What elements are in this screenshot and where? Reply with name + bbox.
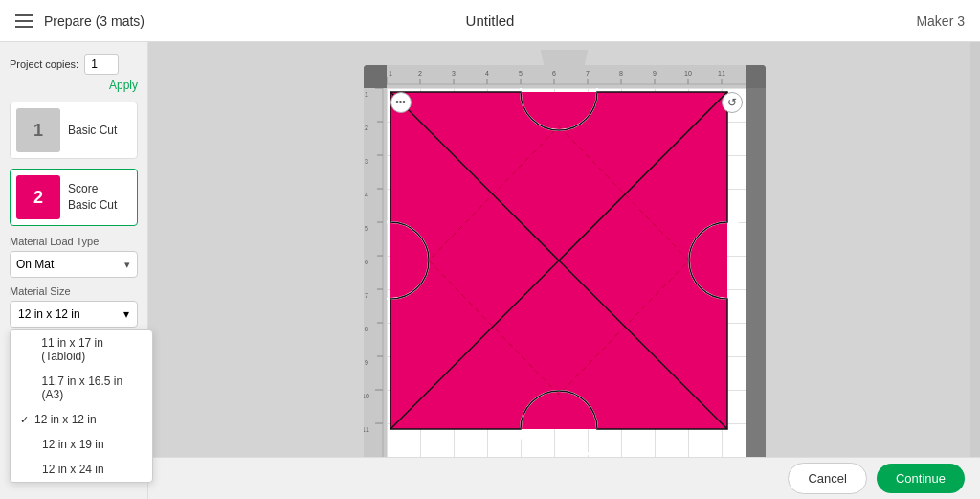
svg-text:7: 7 xyxy=(365,292,368,299)
svg-text:3: 3 xyxy=(365,158,368,165)
svg-text:1: 1 xyxy=(389,70,392,77)
svg-text:2: 2 xyxy=(418,70,422,77)
mat-body: cricut 1 2 3 4 xyxy=(364,65,766,477)
mat-thumb-1: 1 xyxy=(16,108,60,152)
mat-thumb-2: 2 xyxy=(16,175,60,219)
svg-text:8: 8 xyxy=(619,70,623,77)
material-size-dropdown-menu: ​ 11 in x 17 in (Tabloid) ​ 11.7 in x 16… xyxy=(10,329,153,483)
svg-text:5: 5 xyxy=(519,70,523,77)
material-size-label: Material Size xyxy=(10,285,138,297)
hamburger-menu[interactable] xyxy=(15,14,33,28)
mat-card-1[interactable]: 1 Basic Cut xyxy=(10,102,138,159)
svg-text:11: 11 xyxy=(364,426,369,433)
scroll-right[interactable] xyxy=(970,42,980,499)
svg-text:5: 5 xyxy=(365,225,368,232)
material-size-dropdown-wrapper: 12 in x 12 in ▾ ​ 11 in x 17 in (Tabloid… xyxy=(10,301,138,328)
mat-menu-button[interactable]: ••• xyxy=(390,92,412,113)
mat-rotate-button[interactable]: ↺ xyxy=(722,92,743,113)
document-title: Untitled xyxy=(466,12,515,29)
dropdown-item-1[interactable]: ​ 11.7 in x 16.5 in (A3) xyxy=(11,369,152,407)
device-label: Maker 3 xyxy=(916,13,965,29)
dropdown-item-3[interactable]: ​ 12 in x 19 in xyxy=(11,432,152,457)
material-load-type-label: Material Load Type xyxy=(10,236,138,247)
ruler-left-svg: 1 2 3 4 5 6 7 8 xyxy=(364,88,385,462)
sidebar: Project copies: Apply 1 Basic Cut 2 Scor… xyxy=(0,42,148,499)
copies-input[interactable] xyxy=(84,54,119,75)
mat-label-2: Score Basic Cut xyxy=(68,181,117,214)
svg-text:3: 3 xyxy=(452,70,456,77)
svg-text:9: 9 xyxy=(653,70,657,77)
material-load-select-wrapper: On Mat xyxy=(10,251,138,278)
dropdown-item-0[interactable]: ​ 11 in x 17 in (Tabloid) xyxy=(11,330,152,369)
dropdown-item-2[interactable]: 12 in x 12 in xyxy=(11,407,152,432)
svg-text:6: 6 xyxy=(365,259,368,265)
dropdown-item-4[interactable]: ​ 12 in x 24 in xyxy=(11,457,152,482)
cancel-button[interactable]: Cancel xyxy=(788,463,866,494)
prepare-label: Prepare (3 mats) xyxy=(44,13,145,29)
mat-label-1: Basic Cut xyxy=(68,123,117,139)
svg-text:1: 1 xyxy=(365,91,368,98)
main-layout: Project copies: Apply 1 Basic Cut 2 Scor… xyxy=(0,42,980,499)
svg-text:10: 10 xyxy=(364,393,369,399)
svg-text:4: 4 xyxy=(485,70,489,77)
svg-text:4: 4 xyxy=(365,192,368,198)
project-copies-label: Project copies: xyxy=(10,58,78,70)
material-load-select[interactable]: On Mat xyxy=(10,251,138,278)
top-bar: Prepare (3 mats) Untitled Maker 3 xyxy=(0,0,980,42)
canvas-area: cricut 1 2 3 4 xyxy=(148,42,980,499)
mat-container: cricut 1 2 3 4 xyxy=(364,65,766,477)
svg-text:9: 9 xyxy=(365,359,368,366)
svg-text:6: 6 xyxy=(552,70,556,77)
svg-text:10: 10 xyxy=(684,70,692,77)
apply-link[interactable]: Apply xyxy=(10,79,138,92)
mat-clip xyxy=(541,50,589,71)
svg-text:11: 11 xyxy=(718,70,725,77)
continue-button[interactable]: Continue xyxy=(877,464,965,493)
design-svg[interactable] xyxy=(387,88,746,462)
mat-card-2[interactable]: 2 Score Basic Cut xyxy=(10,169,138,226)
svg-text:7: 7 xyxy=(586,70,590,77)
ruler-left: 1 2 3 4 5 6 7 8 xyxy=(364,88,387,462)
mat-inner xyxy=(387,88,746,462)
svg-text:2: 2 xyxy=(365,125,368,131)
material-size-btn[interactable]: 12 in x 12 in ▾ xyxy=(10,301,138,328)
svg-text:8: 8 xyxy=(365,326,368,332)
